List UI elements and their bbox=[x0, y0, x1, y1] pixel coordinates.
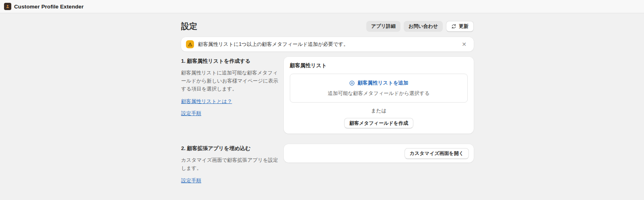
warning-icon bbox=[186, 40, 194, 48]
page-header: 設定 アプリ詳細 お問い合わせ 更新 bbox=[181, 21, 474, 32]
page-title: 設定 bbox=[181, 21, 197, 32]
section-2-annotation: 2. 顧客拡張アプリを埋め込む カスタマイズ画面で顧客拡張アプリを設定します。 … bbox=[181, 144, 279, 184]
add-attribute-list-label: 顧客属性リストを追加 bbox=[357, 80, 408, 87]
plus-circle-icon bbox=[349, 80, 355, 86]
section-1-description: 顧客属性リストに追加可能な顧客メタフィールドから新しいお客様マイページに表示する… bbox=[181, 69, 279, 93]
link-what-is-attribute-list[interactable]: 顧客属性リストとは？ bbox=[181, 98, 232, 105]
create-metafield-button[interactable]: 顧客メタフィールドを作成 bbox=[344, 118, 413, 128]
banner-message: 顧客属性リストに1つ以上の顧客メタフィールド追加が必要です。 bbox=[198, 41, 349, 48]
refresh-icon bbox=[451, 24, 456, 29]
topbar: Customer Profile Extender bbox=[0, 0, 644, 13]
open-customize-button[interactable]: カスタマイズ画面を開く bbox=[405, 148, 469, 159]
refresh-button[interactable]: 更新 bbox=[446, 21, 474, 31]
app-details-button[interactable]: アプリ詳細 bbox=[366, 21, 400, 31]
link-setup-steps-2[interactable]: 設定手順 bbox=[181, 177, 201, 184]
section-create-attribute-list: 1. 顧客属性リストを作成する 顧客属性リストに追加可能な顧客メタフィールドから… bbox=[181, 57, 474, 134]
attribute-list-empty-box: 顧客属性リストを追加 追加可能な顧客メタフィールドから選択する bbox=[290, 74, 468, 103]
attribute-list-card-title: 顧客属性リスト bbox=[290, 62, 468, 69]
or-divider-text: または bbox=[290, 107, 468, 114]
app-title: Customer Profile Extender bbox=[14, 4, 84, 10]
refresh-label: 更新 bbox=[459, 23, 469, 29]
section-2-description: カスタマイズ画面で顧客拡張アプリを設定します。 bbox=[181, 156, 279, 172]
attribute-list-card: 顧客属性リスト 顧客属性リストを追加 追加可能な顧客メタフィールドから選択する … bbox=[284, 57, 474, 134]
close-icon[interactable]: ✕ bbox=[459, 40, 469, 49]
link-setup-steps-1[interactable]: 設定手順 bbox=[181, 110, 201, 117]
section-1-heading: 1. 顧客属性リストを作成する bbox=[181, 58, 279, 65]
settings-page: 設定 アプリ詳細 お問い合わせ 更新 bbox=[181, 13, 474, 184]
header-actions: アプリ詳細 お問い合わせ 更新 bbox=[366, 21, 474, 31]
section-2-heading: 2. 顧客拡張アプリを埋め込む bbox=[181, 145, 279, 152]
add-attribute-list-button[interactable]: 顧客属性リストを追加 bbox=[349, 80, 408, 87]
app-logo-icon bbox=[4, 3, 11, 10]
warning-banner: 顧客属性リストに1つ以上の顧客メタフィールド追加が必要です。 ✕ bbox=[181, 37, 474, 52]
section-1-annotation: 1. 顧客属性リストを作成する 顧客属性リストに追加可能な顧客メタフィールドから… bbox=[181, 57, 279, 117]
contact-button[interactable]: お問い合わせ bbox=[404, 21, 443, 31]
section-embed-app: 2. 顧客拡張アプリを埋め込む カスタマイズ画面で顧客拡張アプリを設定します。 … bbox=[181, 144, 474, 184]
customize-card: カスタマイズ画面を開く bbox=[284, 144, 474, 163]
add-attribute-list-hint: 追加可能な顧客メタフィールドから選択する bbox=[294, 90, 463, 97]
